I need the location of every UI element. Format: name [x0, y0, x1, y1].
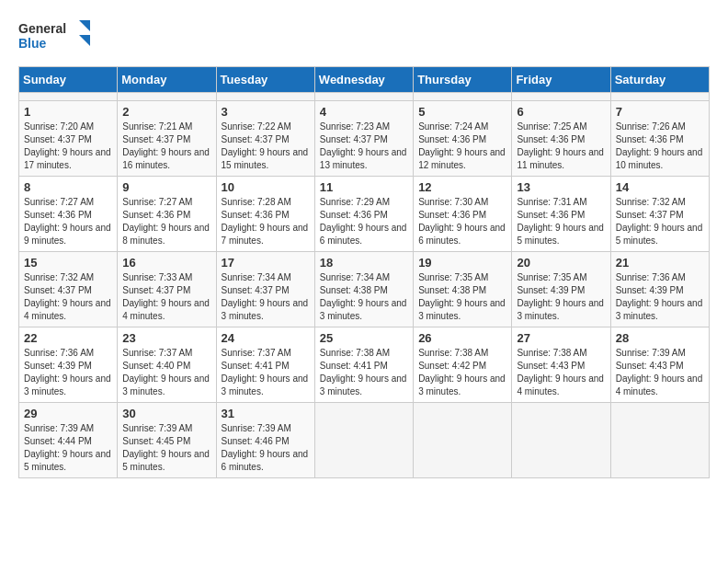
day-info: Sunrise: 7:20 AMSunset: 4:37 PMDaylight:…: [24, 121, 112, 172]
day-number: 17: [222, 256, 310, 270]
day-number: 19: [418, 256, 506, 270]
calendar-cell: 6Sunrise: 7:25 AMSunset: 4:36 PMDaylight…: [512, 101, 610, 177]
day-number: 7: [616, 105, 704, 119]
calendar-header-row: SundayMondayTuesdayWednesdayThursdayFrid…: [19, 67, 710, 93]
logo-svg: General Blue: [18, 18, 92, 57]
day-number: 6: [517, 105, 605, 119]
calendar-cell: [414, 403, 512, 478]
calendar-cell: 7Sunrise: 7:26 AMSunset: 4:36 PMDaylight…: [610, 101, 709, 177]
day-number: 23: [122, 331, 210, 345]
day-info: Sunrise: 7:21 AMSunset: 4:37 PMDaylight:…: [122, 121, 210, 172]
day-info: Sunrise: 7:28 AMSunset: 4:36 PMDaylight:…: [222, 196, 310, 247]
day-number: 12: [418, 180, 506, 194]
day-info: Sunrise: 7:37 AMSunset: 4:41 PMDaylight:…: [222, 347, 310, 398]
logo: General Blue: [18, 18, 92, 57]
calendar-week-row: 29Sunrise: 7:39 AMSunset: 4:44 PMDayligh…: [19, 403, 710, 478]
day-info: Sunrise: 7:34 AMSunset: 4:37 PMDaylight:…: [222, 271, 310, 323]
day-number: 24: [222, 331, 310, 345]
day-number: 18: [320, 256, 408, 270]
calendar-cell: 3Sunrise: 7:22 AMSunset: 4:37 PMDaylight…: [216, 101, 314, 177]
day-number: 3: [222, 105, 310, 119]
calendar-cell: 13Sunrise: 7:31 AMSunset: 4:36 PMDayligh…: [512, 177, 610, 252]
calendar-cell: 14Sunrise: 7:32 AMSunset: 4:37 PMDayligh…: [610, 177, 709, 252]
day-number: 10: [222, 180, 310, 194]
calendar-cell: 29Sunrise: 7:39 AMSunset: 4:44 PMDayligh…: [19, 403, 118, 478]
calendar-cell: 28Sunrise: 7:39 AMSunset: 4:43 PMDayligh…: [610, 327, 709, 403]
weekday-header: Friday: [512, 67, 610, 93]
calendar-cell: 4Sunrise: 7:23 AMSunset: 4:37 PMDaylight…: [314, 101, 413, 177]
day-info: Sunrise: 7:38 AMSunset: 4:41 PMDaylight:…: [320, 347, 408, 398]
day-number: 13: [517, 180, 605, 194]
calendar-cell: [512, 403, 610, 478]
calendar-week-row: 8Sunrise: 7:27 AMSunset: 4:36 PMDaylight…: [19, 177, 710, 252]
calendar-cell: [610, 403, 709, 478]
weekday-header: Saturday: [610, 67, 709, 93]
calendar-cell: 16Sunrise: 7:33 AMSunset: 4:37 PMDayligh…: [118, 252, 216, 327]
calendar-week-row: 1Sunrise: 7:20 AMSunset: 4:37 PMDaylight…: [19, 101, 710, 177]
day-number: 15: [24, 256, 112, 270]
calendar-week-row: 15Sunrise: 7:32 AMSunset: 4:37 PMDayligh…: [19, 252, 710, 327]
day-info: Sunrise: 7:34 AMSunset: 4:38 PMDaylight:…: [320, 271, 408, 323]
day-number: 16: [122, 256, 210, 270]
calendar-cell: 9Sunrise: 7:27 AMSunset: 4:36 PMDaylight…: [118, 177, 216, 252]
day-info: Sunrise: 7:39 AMSunset: 4:45 PMDaylight:…: [122, 422, 210, 474]
calendar-cell: [610, 93, 709, 101]
calendar-cell: [118, 93, 216, 101]
calendar-cell: 23Sunrise: 7:37 AMSunset: 4:40 PMDayligh…: [118, 327, 216, 403]
day-number: 4: [320, 105, 408, 119]
calendar-cell: 1Sunrise: 7:20 AMSunset: 4:37 PMDaylight…: [19, 101, 118, 177]
day-number: 14: [616, 180, 704, 194]
day-number: 5: [418, 105, 506, 119]
day-info: Sunrise: 7:22 AMSunset: 4:37 PMDaylight:…: [222, 121, 310, 172]
day-number: 29: [24, 407, 112, 420]
calendar-cell: 24Sunrise: 7:37 AMSunset: 4:41 PMDayligh…: [216, 327, 314, 403]
weekday-header: Monday: [118, 67, 216, 93]
day-info: Sunrise: 7:26 AMSunset: 4:36 PMDaylight:…: [616, 121, 704, 172]
day-info: Sunrise: 7:36 AMSunset: 4:39 PMDaylight:…: [616, 271, 704, 323]
day-info: Sunrise: 7:27 AMSunset: 4:36 PMDaylight:…: [24, 196, 112, 247]
day-info: Sunrise: 7:29 AMSunset: 4:36 PMDaylight:…: [320, 196, 408, 247]
day-info: Sunrise: 7:30 AMSunset: 4:36 PMDaylight:…: [418, 196, 506, 247]
day-number: 11: [320, 180, 408, 194]
day-number: 22: [24, 331, 112, 345]
calendar-cell: 15Sunrise: 7:32 AMSunset: 4:37 PMDayligh…: [19, 252, 118, 327]
weekday-header: Thursday: [414, 67, 512, 93]
day-info: Sunrise: 7:32 AMSunset: 4:37 PMDaylight:…: [616, 196, 704, 247]
day-number: 8: [24, 180, 112, 194]
calendar-cell: 22Sunrise: 7:36 AMSunset: 4:39 PMDayligh…: [19, 327, 118, 403]
svg-marker-3: [79, 35, 90, 46]
day-number: 1: [24, 105, 112, 119]
weekday-header: Sunday: [19, 67, 118, 93]
day-info: Sunrise: 7:39 AMSunset: 4:44 PMDaylight:…: [24, 422, 112, 474]
calendar-cell: 8Sunrise: 7:27 AMSunset: 4:36 PMDaylight…: [19, 177, 118, 252]
day-info: Sunrise: 7:31 AMSunset: 4:36 PMDaylight:…: [517, 196, 605, 247]
calendar-cell: 26Sunrise: 7:38 AMSunset: 4:42 PMDayligh…: [414, 327, 512, 403]
calendar-cell: 20Sunrise: 7:35 AMSunset: 4:39 PMDayligh…: [512, 252, 610, 327]
calendar-cell: [216, 93, 314, 101]
calendar-cell: 19Sunrise: 7:35 AMSunset: 4:38 PMDayligh…: [414, 252, 512, 327]
svg-text:General: General: [18, 21, 66, 36]
page-header: General Blue: [18, 18, 710, 57]
day-number: 28: [616, 331, 704, 345]
day-info: Sunrise: 7:23 AMSunset: 4:37 PMDaylight:…: [320, 121, 408, 172]
day-number: 21: [616, 256, 704, 270]
day-info: Sunrise: 7:33 AMSunset: 4:37 PMDaylight:…: [122, 271, 210, 323]
calendar-week-row: [19, 93, 710, 101]
calendar-cell: 25Sunrise: 7:38 AMSunset: 4:41 PMDayligh…: [314, 327, 413, 403]
day-number: 2: [122, 105, 210, 119]
svg-marker-2: [79, 20, 90, 31]
calendar-cell: 11Sunrise: 7:29 AMSunset: 4:36 PMDayligh…: [314, 177, 413, 252]
svg-text:Blue: Blue: [18, 36, 47, 51]
calendar-cell: [414, 93, 512, 101]
day-number: 9: [122, 180, 210, 194]
calendar-table: SundayMondayTuesdayWednesdayThursdayFrid…: [18, 66, 710, 478]
day-info: Sunrise: 7:25 AMSunset: 4:36 PMDaylight:…: [517, 121, 605, 172]
day-number: 30: [122, 407, 210, 420]
calendar-cell: 10Sunrise: 7:28 AMSunset: 4:36 PMDayligh…: [216, 177, 314, 252]
calendar-cell: 17Sunrise: 7:34 AMSunset: 4:37 PMDayligh…: [216, 252, 314, 327]
weekday-header: Tuesday: [216, 67, 314, 93]
calendar-cell: 12Sunrise: 7:30 AMSunset: 4:36 PMDayligh…: [414, 177, 512, 252]
calendar-cell: [512, 93, 610, 101]
calendar-cell: 2Sunrise: 7:21 AMSunset: 4:37 PMDaylight…: [118, 101, 216, 177]
calendar-cell: 27Sunrise: 7:38 AMSunset: 4:43 PMDayligh…: [512, 327, 610, 403]
